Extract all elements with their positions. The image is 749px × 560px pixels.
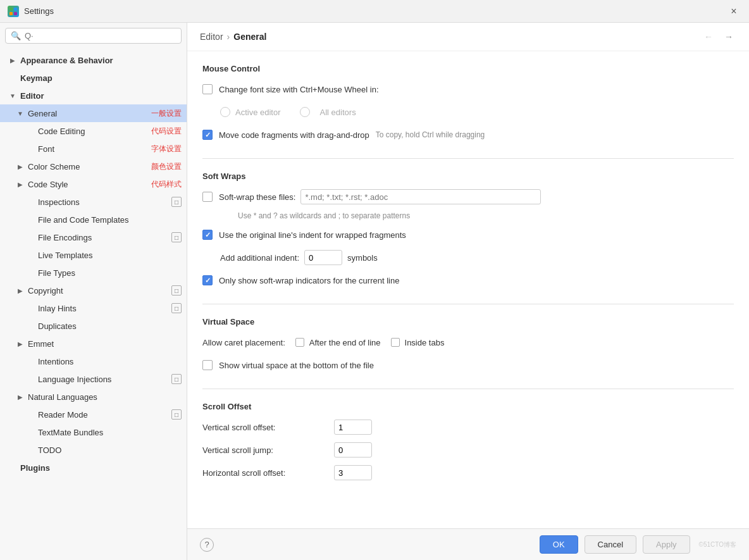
allow-caret-label: Allow caret placement: xyxy=(202,338,285,347)
sidebar-item-file-types[interactable]: File Types xyxy=(0,264,187,282)
apply-button[interactable]: Apply xyxy=(643,535,690,554)
soft-wrap-hint: Use * and ? as wildcards and ; to separa… xyxy=(202,211,734,220)
sidebar-item-label-cn: 代码设置 xyxy=(151,126,182,137)
sidebar-item-plugins[interactable]: Plugins xyxy=(0,459,187,476)
sidebar-item-language-injections[interactable]: Language Injections □ xyxy=(0,370,187,388)
sidebar-item-badge: □ xyxy=(171,232,182,242)
horizontal-scroll-offset-row: Horizontal scroll offset: xyxy=(202,464,734,481)
sidebar-item-emmet[interactable]: ▶ Emmet xyxy=(0,335,187,352)
active-editor-radio[interactable] xyxy=(220,107,230,117)
sidebar-item-intentions[interactable]: Intentions xyxy=(0,352,187,370)
sidebar-item-duplicates[interactable]: Duplicates xyxy=(0,317,187,335)
sidebar-item-badge: □ xyxy=(171,285,182,296)
sidebar-item-reader-mode[interactable]: Reader Mode □ xyxy=(0,406,187,423)
content-area: Editor › General ← → Mouse Control Chang… xyxy=(187,23,749,560)
expand-icon xyxy=(25,197,35,207)
soft-wrap-files-checkbox[interactable] xyxy=(202,192,213,202)
use-original-indent-label: Use the original line's indent for wrapp… xyxy=(219,230,406,240)
soft-wraps-section: Soft Wraps Soft-wrap these files: Use * … xyxy=(202,171,734,289)
expand-icon: ▶ xyxy=(15,339,25,349)
expand-icon: ▶ xyxy=(15,392,25,402)
sidebar-item-natural-languages[interactable]: ▶ Natural Languages xyxy=(0,388,187,406)
only-show-indicators-checkbox[interactable] xyxy=(202,275,213,285)
cancel-button[interactable]: Cancel xyxy=(585,535,636,554)
breadcrumb: Editor › General xyxy=(200,32,701,42)
change-font-size-row: Change font size with Ctrl+Mouse Wheel i… xyxy=(202,81,734,97)
sidebar-item-copyright[interactable]: ▶ Copyright □ xyxy=(0,282,187,299)
sidebar-item-keymap[interactable]: Keymap xyxy=(0,69,187,87)
app-icon xyxy=(8,6,19,17)
scroll-offset-title: Scroll Offset xyxy=(202,402,734,411)
dialog-title: Settings xyxy=(24,6,726,16)
change-font-size-checkbox[interactable] xyxy=(202,84,213,94)
sidebar-item-appearance[interactable]: ▶ Appearance & Behavior xyxy=(0,51,187,69)
vertical-scroll-offset-input[interactable] xyxy=(334,420,372,435)
vertical-scroll-offset-row: Vertical scroll offset: xyxy=(202,419,734,435)
breadcrumb-current: General xyxy=(233,32,266,42)
expand-icon: ▶ xyxy=(15,161,25,171)
expand-icon xyxy=(25,250,35,260)
sidebar-item-todo[interactable]: TODO xyxy=(0,441,187,459)
sidebar-item-badge: □ xyxy=(171,374,182,384)
scroll-offset-section: Scroll Offset Vertical scroll offset: Ve… xyxy=(202,402,734,481)
vertical-scroll-jump-input[interactable] xyxy=(334,442,372,457)
sidebar-item-inspections[interactable]: Inspections □ xyxy=(0,193,187,211)
expand-icon xyxy=(8,73,18,83)
move-code-checkbox[interactable] xyxy=(202,130,213,140)
settings-tree: ▶ Appearance & Behavior Keymap ▼ Editor … xyxy=(0,49,187,560)
after-end-of-line-label: After the end of line xyxy=(309,338,381,347)
back-button[interactable]: ← xyxy=(701,29,716,44)
sidebar-item-file-encodings[interactable]: File Encodings □ xyxy=(0,228,187,246)
expand-icon: ▶ xyxy=(15,285,25,296)
search-icon: 🔍 xyxy=(11,31,21,40)
help-button[interactable]: ? xyxy=(200,538,214,552)
sidebar-item-label: Editor xyxy=(20,91,182,101)
all-editors-label: All editors xyxy=(320,108,356,117)
after-end-of-line-checkbox[interactable] xyxy=(295,338,304,347)
forward-button[interactable]: → xyxy=(721,29,736,44)
use-original-indent-checkbox[interactable] xyxy=(202,230,213,240)
sidebar-item-color-scheme[interactable]: ▶ Color Scheme 颜色设置 xyxy=(0,158,187,175)
ok-button[interactable]: OK xyxy=(540,535,578,554)
sidebar-item-general[interactable]: ▼ General 一般设置 xyxy=(0,104,187,122)
show-virtual-space-row: Show virtual space at the bottom of the … xyxy=(202,357,734,373)
sidebar-item-editor[interactable]: ▼ Editor xyxy=(0,87,187,104)
add-indent-input[interactable] xyxy=(304,250,342,265)
close-button[interactable]: × xyxy=(726,4,741,19)
sidebar-item-label: Inlay Hints xyxy=(38,304,169,313)
sidebar-item-label: Code Style xyxy=(28,180,147,189)
allow-caret-row: Allow caret placement: After the end of … xyxy=(202,334,734,351)
inside-tabs-checkbox[interactable] xyxy=(391,338,400,347)
active-editor-label: Active editor xyxy=(235,108,281,117)
sidebar-item-label: Plugins xyxy=(20,463,182,473)
sidebar-item-file-code-templates[interactable]: File and Code Templates xyxy=(0,211,187,228)
sidebar-item-live-templates[interactable]: Live Templates xyxy=(0,246,187,264)
expand-icon xyxy=(25,356,35,366)
add-indent-row: Add additional indent: symbols xyxy=(202,249,734,266)
sidebar-item-label: Copyright xyxy=(28,286,169,296)
sidebar-item-label: Reader Mode xyxy=(38,410,169,420)
svg-rect-1 xyxy=(14,8,17,11)
expand-icon xyxy=(25,409,35,420)
sidebar-item-label: File Types xyxy=(38,268,182,278)
sidebar-item-code-style[interactable]: ▶ Code Style 代码样式 xyxy=(0,175,187,193)
sidebar-item-badge: □ xyxy=(171,197,182,207)
sidebar-item-textmate-bundles[interactable]: TextMate Bundles xyxy=(0,423,187,441)
change-font-size-label: Change font size with Ctrl+Mouse Wheel i… xyxy=(219,85,379,94)
show-virtual-space-checkbox[interactable] xyxy=(202,360,213,370)
horizontal-scroll-offset-input[interactable] xyxy=(334,465,372,480)
sidebar-item-inlay-hints[interactable]: Inlay Hints □ xyxy=(0,299,187,317)
horizontal-scroll-offset-label: Horizontal scroll offset: xyxy=(202,468,329,478)
sidebar-item-font[interactable]: Font 字体设置 xyxy=(0,140,187,158)
sidebar-item-code-editing[interactable]: Code Editing 代码设置 xyxy=(0,122,187,140)
sidebar-item-label-cn: 颜色设置 xyxy=(151,161,182,172)
breadcrumb-parent: Editor xyxy=(200,32,223,42)
expand-icon xyxy=(8,463,18,473)
soft-wrap-files-input[interactable] xyxy=(300,189,541,204)
search-input[interactable] xyxy=(25,31,176,40)
all-editors-radio[interactable] xyxy=(300,107,310,117)
expand-icon xyxy=(25,303,35,313)
move-code-label: Move code fragments with drag-and-drop xyxy=(219,130,369,140)
sidebar: 🔍 ▶ Appearance & Behavior Keymap ▼ Edito… xyxy=(0,23,187,560)
search-box[interactable]: 🔍 xyxy=(5,28,182,44)
